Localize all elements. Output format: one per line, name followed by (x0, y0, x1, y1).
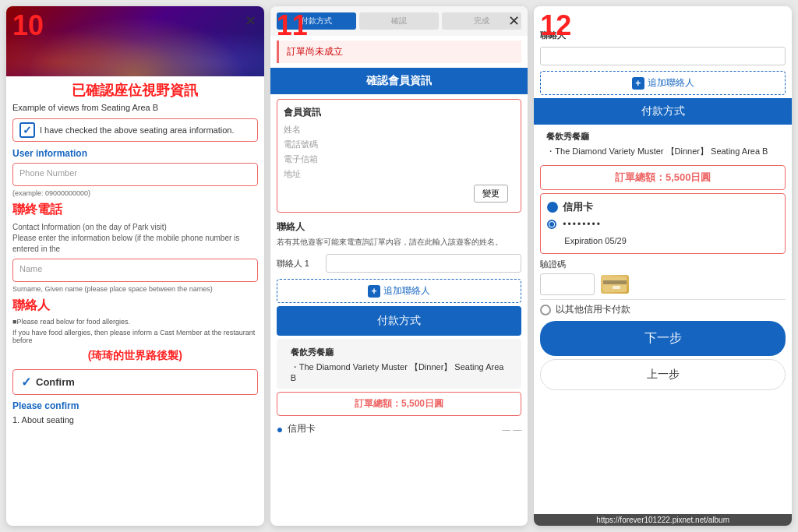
add-contact-label: 追加聯絡人 (383, 284, 430, 298)
panel1-subtitle: Example of views from Seating Area B (6, 101, 264, 115)
credit-card-radio[interactable] (547, 202, 558, 213)
name-field[interactable]: Name (12, 259, 258, 282)
add-contact-button[interactable]: + 追加聯絡人 (277, 279, 522, 303)
panel2-content: 訂單尚未成立 確認會員資訊 會員資訊 姓名 電話號碼 電子信箱 地址 變更 聯絡… (270, 36, 528, 526)
phone-number-field[interactable]: Phone Number (12, 163, 258, 186)
restaurant-label: 餐飲秀餐廳 (284, 344, 514, 360)
please-confirm-label: Please confirm (6, 398, 264, 414)
payment-button[interactable]: 付款方式 (277, 306, 522, 336)
progress-bar: 付款方式 確認 完成 (270, 6, 528, 36)
panel-2: 11 ✕ 付款方式 確認 完成 訂單尚未成立 確認會員資訊 會員資訊 姓名 電話… (270, 6, 528, 526)
payment-method-row: ● 信用卡 — — (270, 419, 528, 439)
seating-checkbox-row[interactable]: ✓ I have checked the above seating area … (12, 118, 258, 142)
confirm-button[interactable]: ✓ Confirm (12, 369, 258, 395)
radio-dot (549, 222, 554, 227)
panel-number-1: 10 (12, 9, 44, 42)
plus-icon-2: + (632, 77, 644, 90)
watermark-text: (琦琦的世界路後製) (6, 346, 264, 366)
contact-full-name-input[interactable] (540, 47, 786, 65)
restaurant-item-3: ・The Diamond Variety Muster 【Dinner】 Sea… (540, 144, 786, 159)
close-icon-1[interactable]: ✕ (245, 12, 256, 30)
other-card-row: 以其他信用卡付款 (540, 303, 786, 316)
card-radio[interactable] (547, 220, 556, 229)
other-card-radio[interactable] (540, 305, 551, 315)
expiry-row: Expiration 05/29 (547, 233, 779, 247)
restaurant-section: 餐飲秀餐廳 ・The Diamond Variety Muster 【Dinne… (534, 125, 792, 162)
contact-person-label: 聯絡人 (6, 295, 264, 316)
member-section-header: 會員資訊 (284, 106, 515, 119)
member-info-box: 會員資訊 姓名 電話號碼 電子信箱 地址 變更 (277, 99, 522, 213)
cvv-row (534, 272, 792, 297)
card-dots: •••••••• (563, 219, 602, 230)
seating-image (6, 6, 264, 76)
card-row: •••••••• (547, 219, 779, 230)
svg-rect-2 (613, 286, 620, 289)
add-contact-label-2: 追加聯絡人 (648, 76, 694, 90)
panel-number-2: 11 (277, 9, 308, 42)
change-button[interactable]: 變更 (474, 185, 508, 203)
member-name: 姓名 (284, 122, 515, 137)
contact1-row: 聯絡人 1 (270, 251, 528, 276)
divider-3 (540, 299, 786, 300)
credit-card-section: 信用卡 •••••••• Expiration 05/29 (540, 193, 786, 254)
credit-card-header: 信用卡 (547, 200, 779, 214)
contact1-input[interactable] (326, 254, 522, 273)
step-confirm: 確認 (359, 12, 439, 30)
other-card-label: 以其他信用卡付款 (556, 303, 630, 316)
add-contact-button-2[interactable]: + 追加聯絡人 (540, 71, 786, 95)
contact-person-section: 聯絡人 (534, 6, 792, 44)
total-price: 訂單總額：5,500日圓 (277, 392, 522, 416)
next-button[interactable]: 下一步 (540, 321, 786, 356)
payment-method-label: 信用卡 (288, 422, 316, 435)
url-bar: https://forever101222.pixnet.net/album (534, 514, 792, 526)
restaurant-item: ・The Diamond Variety Muster 【Dinner】 Sea… (284, 360, 514, 384)
confirm-check-icon: ✓ (21, 375, 31, 389)
member-address: 地址 (284, 167, 515, 181)
expiry-date: Expiration 05/29 (564, 236, 627, 245)
confirm-label: Confirm (36, 376, 75, 388)
member-email: 電子信箱 (284, 152, 515, 167)
allergy-note: ■Please read below for food allergies. (6, 316, 264, 327)
plus-icon: + (368, 285, 380, 298)
back-button[interactable]: 上一步 (540, 359, 786, 390)
confirm-member-title: 確認會員資訊 (270, 68, 528, 94)
cvv-card-icon (601, 275, 629, 294)
payment-method-header: 付款方式 (534, 98, 792, 125)
stage-lights-decoration (6, 6, 264, 76)
panel1-title: 已確認座位視野資訊 (6, 76, 264, 101)
contact-phone-label: 聯終電話 (6, 199, 264, 220)
credit-card-label: 信用卡 (563, 200, 593, 214)
contact-section-label: 聯絡人 (270, 217, 528, 235)
bullet-dot: ● (277, 423, 283, 435)
card-ending-2: — — (502, 425, 521, 434)
panel-number-3: 12 (540, 9, 571, 42)
panel3-content: 聯絡人 + 追加聯絡人 付款方式 餐飲秀餐廳 ・The Diamond Vari… (534, 6, 792, 526)
member-actions: 變更 (284, 181, 515, 206)
user-info-header: User information (6, 145, 264, 160)
seating-checkbox-label: I have checked the above seating area in… (40, 125, 235, 135)
panel-3: 12 聯絡人 + 追加聯絡人 付款方式 餐飲秀餐廳 ・The Diamond V… (534, 6, 792, 526)
contact1-label: 聯絡人 1 (277, 258, 320, 270)
member-phone: 電話號碼 (284, 137, 515, 152)
restaurant-label-3: 餐飲秀餐廳 (540, 128, 786, 144)
svg-rect-1 (603, 280, 627, 284)
name-hint: Surname, Given name (please place space … (6, 284, 264, 295)
allergy-detail: If you have food allergies, then please … (6, 327, 264, 346)
order-warning: 訂單尚未成立 (277, 41, 522, 63)
seating-checkbox[interactable]: ✓ (19, 122, 35, 138)
contact-info-desc: Contact Information (on the day of Park … (6, 220, 264, 256)
cvv-input[interactable] (540, 273, 595, 295)
panel-1: 10 ✕ 已確認座位視野資訊 Example of views from Sea… (6, 6, 264, 526)
order-summary: 餐飲秀餐廳 ・The Diamond Variety Muster 【Dinne… (277, 339, 522, 389)
total-price-3: 訂單總額：5,500日圓 (540, 165, 786, 190)
checkmark-icon: ✓ (23, 124, 32, 136)
panel1-content: 已確認座位視野資訊 Example of views from Seating … (6, 76, 264, 526)
close-icon-2[interactable]: ✕ (508, 12, 520, 30)
phone-hint: (example: 09000000000) (6, 188, 264, 199)
contact-desc: 若有其他遊客可能來電查詢訂單內容，請在此輸入該遊客的姓名。 (270, 235, 528, 251)
about-seating-label: 1. About seating (6, 414, 264, 426)
cvv-label: 驗證碼 (534, 257, 792, 272)
